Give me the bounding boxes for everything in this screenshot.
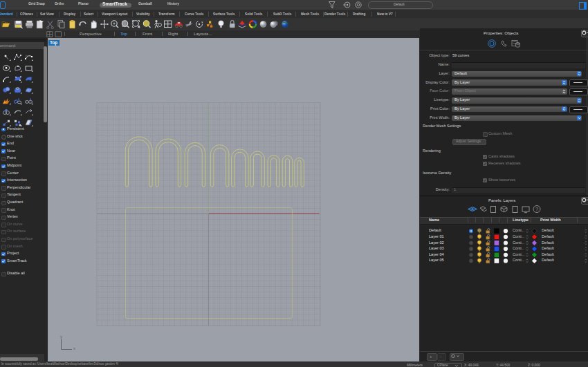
svg-text:x: x (73, 346, 75, 350)
svg-text:y: y (60, 335, 62, 339)
svg-text:?: ? (535, 206, 538, 212)
